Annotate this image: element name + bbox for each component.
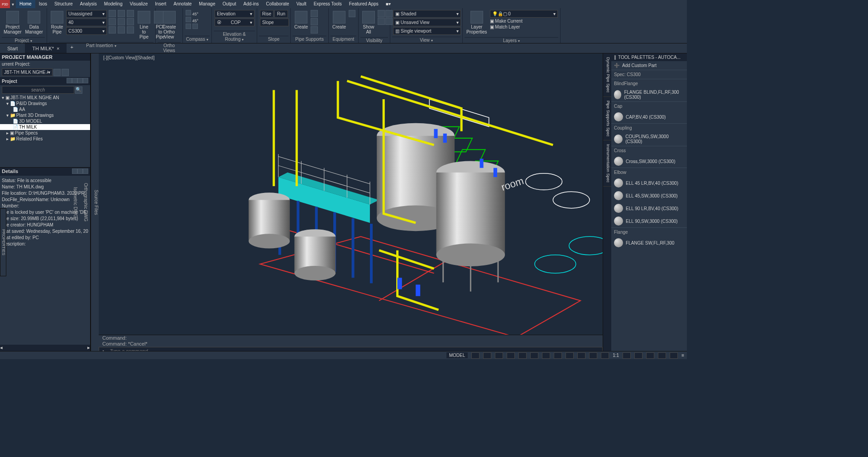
rise-input[interactable]: Rise: [260, 10, 273, 18]
ribbon-arrow[interactable]: ▾: [10, 2, 16, 7]
project-tree[interactable]: ▾ ▣ JBT-TH MILK NGHE AN ▾ 📄 P&ID Drawing…: [0, 95, 90, 167]
rail-iso[interactable]: Isometric DWG: [73, 187, 78, 218]
supp-icon[interactable]: [311, 10, 318, 17]
supp-icon[interactable]: [311, 18, 318, 25]
linenum-combo[interactable]: Unassigned▾: [66, 10, 107, 18]
tool-icon[interactable]: [83, 78, 88, 83]
3d-viewport[interactable]: [-][Custom View][Shaded] — ▢ ✕: [99, 53, 687, 351]
scale-display[interactable]: 1:1: [613, 353, 619, 358]
item-ell45lr[interactable]: ELL 45 LR,BV,40 (CS300): [611, 177, 687, 189]
clean-toggle[interactable]: [658, 352, 666, 359]
make-current[interactable]: ▣ Make Current: [490, 19, 558, 24]
part-icon[interactable]: [118, 18, 125, 25]
3dosnap-toggle[interactable]: [530, 352, 538, 359]
osnap-toggle[interactable]: [518, 352, 527, 359]
print-icon[interactable]: [53, 69, 61, 76]
line-to-pipe-button[interactable]: Line to Pipe: [137, 10, 151, 40]
tree-thmilk[interactable]: 📄 TH MILK: [0, 124, 90, 130]
item-ell45sw[interactable]: ELL 45,SW,3000 (CS300): [611, 189, 687, 202]
run-input[interactable]: Run: [274, 10, 288, 18]
menu-visualize[interactable]: Visualize: [126, 0, 151, 8]
supp-icon[interactable]: [311, 26, 318, 34]
transp-toggle[interactable]: [577, 352, 585, 359]
menu-express[interactable]: Express Tools: [310, 0, 345, 8]
project-combo[interactable]: JBT-TH MILK NGHE AN▾: [2, 68, 53, 76]
hw-toggle[interactable]: [646, 352, 654, 359]
vis-icon[interactable]: [378, 10, 385, 17]
annot-toggle[interactable]: [601, 352, 609, 359]
command-line[interactable]: Command: Command: *Cancel* ▸_: [99, 335, 603, 351]
create-ortho-button[interactable]: Create Ortho View: [158, 10, 180, 40]
model-space-button[interactable]: MODEL: [446, 352, 468, 358]
menu-bullet[interactable]: ■▾: [382, 0, 394, 8]
show-all-button[interactable]: Show All: [361, 10, 376, 35]
item-cross[interactable]: Cross,SW,3000 (CS300): [611, 155, 687, 168]
item-ell90sw[interactable]: ELL 90,SW,3000 (CS300): [611, 215, 687, 227]
equip-icon[interactable]: [349, 10, 355, 17]
part-icon[interactable]: [127, 26, 134, 34]
search-input[interactable]: search: [2, 86, 74, 94]
menu-modeling[interactable]: Modeling: [101, 0, 126, 8]
status-menu[interactable]: ≡: [681, 353, 684, 358]
menu-structure[interactable]: Structure: [51, 0, 77, 8]
spec-combo[interactable]: CS300▾: [66, 27, 107, 35]
part-icon[interactable]: [118, 26, 125, 34]
paltab-supports[interactable]: Pipe Supports Spec: [603, 97, 611, 141]
add-custom-part[interactable]: ➕Add Custom Part: [611, 61, 687, 70]
menu-isos[interactable]: Isos: [35, 0, 51, 8]
item-cap[interactable]: CAP,BV,40 (CS300): [611, 111, 687, 123]
custom-toggle[interactable]: [670, 352, 678, 359]
dyn-toggle[interactable]: [554, 352, 562, 359]
part-icon[interactable]: [109, 18, 116, 25]
menu-home[interactable]: Home: [16, 0, 35, 8]
lwt-toggle[interactable]: [566, 352, 574, 359]
scroll-right[interactable]: ▸: [87, 345, 90, 351]
paltab-dynamic[interactable]: Dynamic Pipe Spec: [603, 53, 611, 97]
menu-output[interactable]: Output: [219, 0, 240, 8]
menu-addins[interactable]: Add-ins: [240, 0, 263, 8]
create-support-button[interactable]: Create: [293, 10, 309, 30]
menu-insert[interactable]: Insert: [151, 0, 170, 8]
create-equip-button[interactable]: Create: [331, 10, 347, 30]
panel-project[interactable]: Project: [2, 37, 45, 43]
layer-combo[interactable]: 💡🔒▢ 0▾: [490, 10, 558, 18]
snap-toggle[interactable]: [483, 352, 491, 359]
grid-toggle[interactable]: [471, 352, 480, 359]
tab-thmilk[interactable]: TH MILK* ×: [25, 43, 67, 53]
data-manager-button[interactable]: Data Manager: [24, 10, 43, 35]
iso-toggle[interactable]: [634, 352, 643, 359]
part-icon[interactable]: [109, 10, 116, 17]
item-flangesw[interactable]: FLANGE SW,FL,RF,300: [611, 236, 687, 249]
menu-manage[interactable]: Manage: [195, 0, 219, 8]
vis-icon[interactable]: [378, 18, 385, 25]
layer-props-button[interactable]: Layer Properties: [465, 10, 488, 35]
polar-toggle[interactable]: [507, 352, 515, 359]
part-icon[interactable]: [127, 10, 134, 17]
save-icon[interactable]: [62, 69, 69, 76]
panel-layers[interactable]: Layers: [465, 37, 558, 43]
size-combo[interactable]: 40▾: [66, 19, 107, 26]
cop-combo[interactable]: ⦿ COP▾: [215, 19, 254, 26]
tool-icon[interactable]: [67, 78, 72, 83]
tab-start[interactable]: Start: [0, 43, 25, 53]
scroll-left[interactable]: ◂: [0, 345, 3, 351]
paltab-instr[interactable]: Instrumentation Spec: [603, 140, 611, 187]
item-coupling[interactable]: COUPLING,SW,3000 (CS300): [611, 132, 687, 146]
match-layer[interactable]: ▣ Match Layer: [490, 24, 558, 29]
menu-apps[interactable]: Featured Apps: [345, 0, 382, 8]
route-pipe-button[interactable]: Route Pipe: [50, 10, 64, 35]
search-icon[interactable]: 🔍: [75, 87, 82, 94]
part-icon[interactable]: [109, 26, 116, 34]
panel-elev[interactable]: Elevation & Routing: [214, 31, 255, 42]
namedview-combo[interactable]: ▣ Unsaved View▾: [393, 19, 461, 26]
project-manager-button[interactable]: Project Manager: [3, 10, 22, 35]
tab-new[interactable]: +: [67, 43, 77, 53]
ortho-toggle[interactable]: [495, 352, 503, 359]
gear-icon[interactable]: [623, 352, 631, 359]
menu-collab[interactable]: Collaborate: [262, 0, 293, 8]
panel-compass[interactable]: Compass: [185, 36, 210, 42]
tool-icon[interactable]: [72, 78, 77, 83]
properties-rail[interactable]: PROPERTIES: [0, 208, 6, 276]
visualstyle-combo[interactable]: ▣ Shaded▾: [393, 10, 461, 18]
rail-ortho[interactable]: Orthographic DWG: [83, 183, 88, 221]
